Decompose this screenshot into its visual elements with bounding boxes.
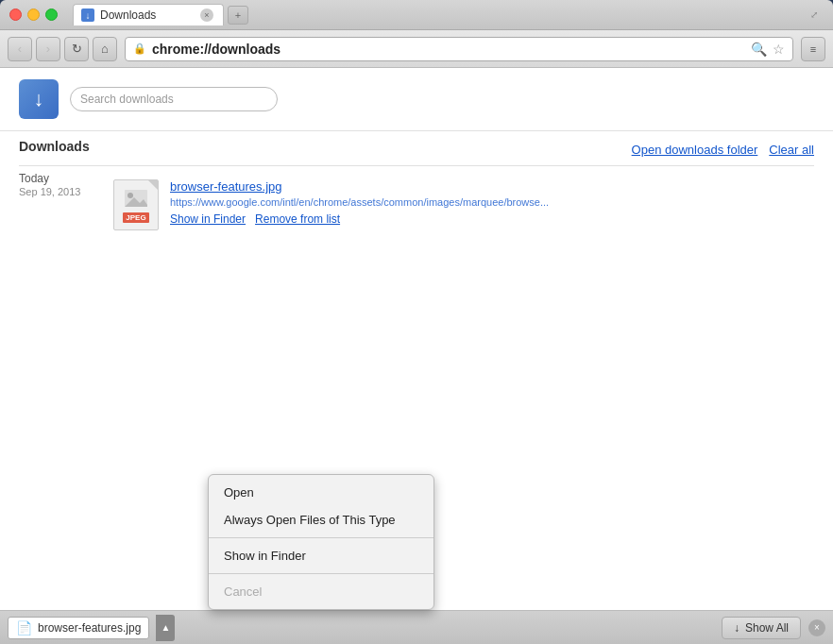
context-menu-separator-2 <box>209 573 434 574</box>
context-menu-always-open[interactable]: Always Open Files of This Type <box>209 506 434 534</box>
maximize-window-button[interactable] <box>45 8 58 21</box>
search-icon[interactable]: 🔍 <box>751 42 767 57</box>
title-bar: ↓ Downloads × + ⤢ <box>0 0 833 30</box>
context-menu-cancel[interactable]: Cancel <box>209 578 434 605</box>
download-date-row: Today Sep 19, 2013 JPEG <box>19 172 814 238</box>
reload-icon: ↻ <box>72 42 82 56</box>
context-menu: Open Always Open Files of This Type Show… <box>208 474 434 610</box>
reload-button[interactable]: ↻ <box>64 37 89 61</box>
open-downloads-folder-link[interactable]: Open downloads folder <box>632 143 758 157</box>
address-lock-icon: 🔒 <box>133 42 146 55</box>
show-all-icon: ↓ <box>734 621 740 635</box>
close-icon: × <box>814 622 820 633</box>
download-filename[interactable]: browser-features.jpg <box>170 179 549 194</box>
active-tab[interactable]: ↓ Downloads × <box>73 4 224 25</box>
tab-label: Downloads <box>100 8 156 22</box>
file-icon: JPEG <box>113 179 159 230</box>
address-action-icons: 🔍 ☆ <box>751 42 785 57</box>
minimize-window-button[interactable] <box>27 8 40 21</box>
tab-close-button[interactable]: × <box>200 8 213 22</box>
new-tab-button[interactable]: + <box>228 6 248 25</box>
tab-download-icon: ↓ <box>81 8 94 22</box>
svg-point-1 <box>128 193 133 198</box>
search-container: ↓ Search downloads <box>19 79 278 119</box>
status-bar-close-button[interactable]: × <box>808 619 825 636</box>
home-button[interactable]: ⌂ <box>93 37 117 61</box>
search-placeholder: Search downloads <box>80 93 174 106</box>
status-bar: 📄 browser-features.jpg ▲ ↓ Show All × Op… <box>0 610 833 644</box>
clear-all-link[interactable]: Clear all <box>769 143 814 157</box>
downloads-section: Downloads Open downloads folder Clear al… <box>0 131 833 238</box>
forward-icon: › <box>46 42 50 56</box>
download-url[interactable]: https://www.google.com/intl/en/chrome/as… <box>170 196 549 208</box>
date-full: Sep 19, 2013 <box>19 186 80 197</box>
download-info: browser-features.jpg https://www.google.… <box>170 179 549 226</box>
context-menu-open[interactable]: Open <box>209 479 434 506</box>
context-menu-show-finder[interactable]: Show in Finder <box>209 542 434 569</box>
tab-bar: ↓ Downloads × + <box>65 4 805 25</box>
header-actions: Open downloads folder Clear all <box>632 143 814 157</box>
file-type-badge: JPEG <box>123 212 148 223</box>
traffic-lights <box>9 8 58 21</box>
download-actions: Show in Finder Remove from list <box>170 212 549 226</box>
downloads-header: ↓ Search downloads <box>0 68 833 131</box>
forward-button[interactable]: › <box>36 37 60 61</box>
show-in-finder-link[interactable]: Show in Finder <box>170 212 246 226</box>
show-all-button[interactable]: ↓ Show All <box>722 617 801 639</box>
download-item: JPEG browser-features.jpg https://www.go… <box>113 172 549 238</box>
nav-bar: ‹ › ↻ ⌂ 🔒 chrome://downloads 🔍 ☆ ≡ <box>0 30 833 68</box>
date-label: Today Sep 19, 2013 <box>19 172 94 198</box>
status-file-item[interactable]: 📄 browser-features.jpg <box>8 617 149 639</box>
address-text: chrome://downloads <box>152 42 280 57</box>
date-today: Today <box>19 172 49 185</box>
status-dropdown-button[interactable]: ▲ <box>156 615 175 641</box>
window-restore-button[interactable]: ⤢ <box>805 8 824 23</box>
status-filename: browser-features.jpg <box>38 621 141 635</box>
browser-menu-button[interactable]: ≡ <box>801 37 825 61</box>
menu-icon: ≡ <box>810 43 816 55</box>
status-file-icon: 📄 <box>16 620 32 636</box>
downloads-logo: ↓ <box>19 79 59 119</box>
address-bar[interactable]: 🔒 chrome://downloads 🔍 ☆ <box>125 37 793 61</box>
close-window-button[interactable] <box>9 8 22 21</box>
home-icon: ⌂ <box>101 42 109 56</box>
star-icon[interactable]: ☆ <box>773 42 785 57</box>
file-icon-image <box>123 188 149 209</box>
download-arrow-icon: ↓ <box>34 87 44 111</box>
show-all-label: Show All <box>745 621 789 635</box>
search-box[interactable]: Search downloads <box>70 87 278 111</box>
context-menu-separator <box>209 537 434 538</box>
back-button[interactable]: ‹ <box>8 37 32 61</box>
back-icon: ‹ <box>18 42 22 56</box>
browser-window: ↓ Downloads × + ⤢ ‹ › ↻ ⌂ 🔒 chrome://dow… <box>0 0 833 644</box>
file-icon-corner <box>148 180 158 190</box>
downloads-section-title: Downloads <box>19 139 90 154</box>
remove-from-list-link[interactable]: Remove from list <box>255 212 340 226</box>
